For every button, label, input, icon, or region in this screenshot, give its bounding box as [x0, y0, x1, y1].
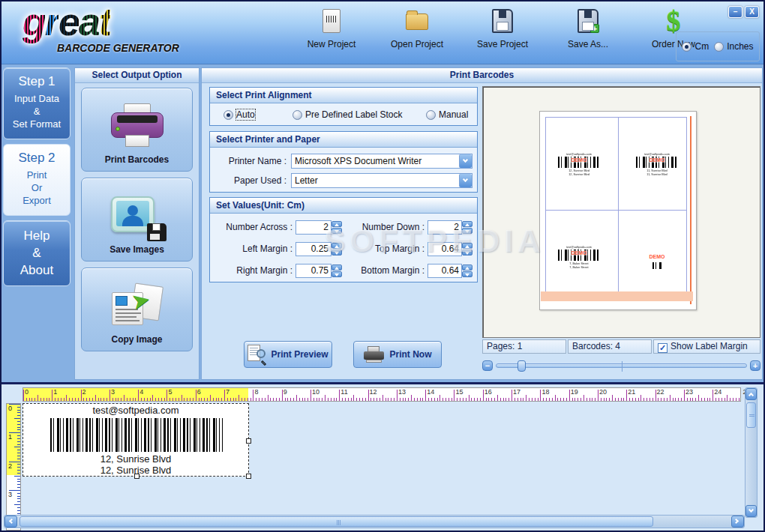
label-design-canvas[interactable]: test@softpedia.com 12, Sunrise Blvd 12, …: [22, 403, 249, 477]
show-label-margin-checkbox[interactable]: ✓: [658, 343, 668, 353]
print-now-button[interactable]: Print Now: [353, 341, 442, 368]
show-label-margin-option[interactable]: ✓Show Label Margin: [653, 339, 760, 354]
cell-email: test@softpedia.com: [551, 152, 607, 156]
spin-down-icon[interactable]: [462, 250, 472, 256]
ruler-number: 19: [571, 388, 578, 396]
label-barcode[interactable]: [50, 418, 223, 452]
save-as-button[interactable]: + Save As...: [556, 7, 620, 49]
spin-down-icon[interactable]: [462, 228, 472, 234]
toolbar: great BARCODE GENERATOR New Project Open…: [2, 1, 764, 64]
scroll-right-button[interactable]: [731, 516, 744, 528]
label-address-text[interactable]: 12, Sunrise Blvd: [23, 453, 248, 465]
preview-barcode-cell: test@softpedia.com DEMO 12, Sunrise Blvd…: [550, 152, 608, 176]
dropdown-button[interactable]: [459, 154, 472, 168]
spin-up-icon[interactable]: [332, 221, 342, 227]
zoom-in-button[interactable]: +: [750, 360, 760, 371]
ruler-number: 8: [254, 388, 258, 396]
step-sidebar: Step 1 Input Data & Set Format Step 2 Pr…: [3, 67, 72, 291]
bottom-margin-strip: [541, 291, 693, 301]
scroll-up-button[interactable]: [746, 388, 757, 400]
bottom-margin-label: Bottom Margin :: [350, 265, 424, 276]
top-margin-field[interactable]: 0.64: [428, 242, 462, 256]
spin-down-icon[interactable]: [332, 271, 342, 277]
help-line: Help: [5, 227, 68, 244]
zoom-slider-track[interactable]: [496, 363, 747, 368]
resize-handle[interactable]: [134, 474, 140, 479]
resize-handle[interactable]: [246, 474, 251, 479]
copy-image-button[interactable]: ➤ Copy Image: [81, 267, 193, 351]
vertical-scrollbar[interactable]: [745, 387, 758, 518]
sidebar-step1-button[interactable]: Step 1 Input Data & Set Format: [3, 67, 70, 139]
print-barcodes-button[interactable]: Print Barcodes: [81, 88, 193, 172]
sidebar-step2-button[interactable]: Step 2 Print Or Export: [3, 144, 70, 216]
toolbar-item-label: Save Project: [477, 39, 528, 49]
ruler-number: 13: [398, 388, 406, 396]
scroll-down-button[interactable]: [746, 505, 757, 517]
zoom-out-button[interactable]: −: [482, 360, 493, 371]
spin-down-icon[interactable]: [462, 271, 472, 277]
print-preview-button[interactable]: Print Preview: [244, 341, 332, 368]
number-down-spinner[interactable]: [462, 221, 472, 234]
radio-dot: [682, 42, 692, 52]
right-margin-spinner[interactable]: [332, 265, 342, 277]
top-margin-value: 0.64: [428, 244, 461, 254]
spin-down-icon[interactable]: [332, 250, 342, 256]
open-project-button[interactable]: Open Project: [386, 7, 448, 49]
left-margin-field[interactable]: 0.25: [296, 242, 332, 256]
scroll-left-button[interactable]: [4, 516, 17, 528]
unit-radio-cm[interactable]: Cm: [682, 41, 709, 52]
printer-name-select[interactable]: Microsoft XPS Document Writer: [291, 154, 472, 169]
spin-up-icon[interactable]: [462, 221, 472, 227]
bottom-margin-field[interactable]: 0.64: [428, 264, 462, 278]
preview-barcode-cell: test@softpedia.com DEMO 11, Sunrise Blvd…: [628, 152, 686, 176]
spin-up-icon[interactable]: [462, 243, 472, 249]
close-button[interactable]: X: [745, 6, 759, 18]
unit-radio-inches[interactable]: Inches: [714, 41, 753, 52]
barcode: DEMO: [558, 157, 600, 168]
new-project-button[interactable]: New Project: [300, 7, 363, 49]
sidebar-help-button[interactable]: Help & About: [3, 220, 70, 286]
horizontal-scrollbar[interactable]: [4, 515, 745, 528]
dropdown-button[interactable]: [459, 174, 472, 187]
spin-up-icon[interactable]: [332, 243, 342, 249]
printer-group: Select Printer and Paper Printer Name : …: [209, 131, 478, 193]
alignment-radio-auto[interactable]: Auto: [224, 109, 292, 120]
horizontal-scroll-thumb[interactable]: [20, 516, 653, 527]
ruler-number: 16: [484, 388, 492, 396]
ruler-number: 11: [340, 388, 347, 396]
resize-handle[interactable]: [246, 438, 251, 444]
cell-address: 11, Sunrise Blvd: [629, 172, 685, 176]
spin-up-icon[interactable]: [332, 265, 342, 270]
label-email-text[interactable]: test@softpedia.com: [23, 405, 248, 416]
spin-down-icon[interactable]: [332, 228, 342, 234]
top-margin-spinner[interactable]: [462, 243, 472, 256]
alignment-radio-manual[interactable]: Manual: [426, 109, 468, 120]
left-margin-spinner[interactable]: [332, 243, 342, 256]
minimize-button[interactable]: –: [728, 6, 742, 18]
zoom-slider-thumb[interactable]: [518, 360, 526, 372]
number-across-field[interactable]: 2: [296, 220, 332, 235]
number-down-field[interactable]: 2: [428, 220, 462, 235]
save-project-button[interactable]: Save Project: [471, 7, 534, 49]
window-controls: – X: [728, 6, 759, 18]
bottom-margin-spinner[interactable]: [462, 265, 472, 277]
alignment-radio-predefined[interactable]: Pre Defined Label Stock: [292, 109, 426, 120]
printer-name-value: Microsoft XPS Document Writer: [292, 156, 459, 166]
vertical-scroll-thumb[interactable]: [746, 402, 756, 428]
help-line: &: [5, 244, 68, 262]
label-designer: 0123456789101112131415161718192021222324…: [2, 382, 764, 531]
ruler-number: 21: [628, 388, 635, 396]
right-margin-field[interactable]: 0.75: [296, 264, 332, 278]
ruler-number: 20: [599, 388, 607, 396]
number-across-spinner[interactable]: [332, 221, 342, 234]
ruler-number: 2: [82, 388, 86, 396]
ruler-number: 9: [284, 388, 287, 396]
spin-up-icon[interactable]: [462, 265, 472, 270]
ruler-number: 6: [197, 388, 201, 396]
paper-used-select[interactable]: Letter: [291, 173, 472, 188]
save-images-button[interactable]: Save Images: [81, 178, 193, 262]
print-now-label: Print Now: [390, 349, 432, 360]
ruler-number: 3: [8, 491, 12, 498]
number-down-label: Number Down :: [350, 222, 424, 232]
thumb-grip: [337, 520, 341, 525]
